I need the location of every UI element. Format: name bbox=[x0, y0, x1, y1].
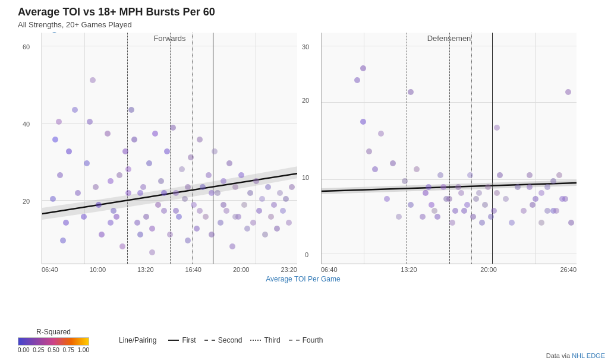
svg-point-76 bbox=[286, 220, 292, 226]
svg-point-102 bbox=[426, 184, 432, 190]
svg-point-58 bbox=[232, 184, 238, 190]
gridv-r3 bbox=[535, 33, 536, 264]
svg-point-23 bbox=[125, 190, 131, 196]
svg-point-14 bbox=[105, 131, 111, 137]
svg-point-60 bbox=[238, 172, 244, 178]
svg-point-83 bbox=[161, 190, 167, 196]
svg-point-125 bbox=[562, 196, 568, 202]
gtick-0: 0.00 bbox=[18, 347, 29, 353]
vline-third-fwd bbox=[192, 33, 193, 264]
svg-point-17 bbox=[108, 220, 114, 226]
svg-point-108 bbox=[461, 208, 467, 214]
svg-point-101 bbox=[420, 214, 426, 220]
svg-point-49 bbox=[206, 172, 212, 178]
svg-point-56 bbox=[226, 160, 232, 166]
svg-point-84 bbox=[173, 208, 179, 214]
svg-point-95 bbox=[384, 196, 390, 202]
svg-point-82 bbox=[149, 226, 155, 232]
svg-point-54 bbox=[221, 178, 226, 184]
svg-point-8 bbox=[56, 119, 62, 125]
vline-fourth-fwd bbox=[127, 33, 128, 264]
gridv-l1 bbox=[84, 33, 85, 264]
svg-point-127 bbox=[360, 65, 366, 71]
svg-point-150 bbox=[565, 89, 571, 95]
svg-point-33 bbox=[158, 178, 164, 184]
svg-point-16 bbox=[90, 77, 96, 83]
attribution-link[interactable]: NHL EDGE bbox=[572, 352, 605, 359]
svg-point-80 bbox=[125, 166, 131, 172]
legend-item-first: First bbox=[168, 336, 196, 344]
panel-defensemen: Defensemen bbox=[321, 33, 577, 264]
svg-point-37 bbox=[170, 125, 176, 131]
y-tick-60: 60 bbox=[23, 43, 30, 50]
svg-point-31 bbox=[155, 202, 161, 208]
svg-point-59 bbox=[235, 214, 241, 220]
svg-point-75 bbox=[283, 196, 289, 202]
legend-label-third: Third bbox=[264, 336, 280, 344]
svg-point-119 bbox=[527, 172, 533, 178]
svg-point-1 bbox=[57, 172, 63, 178]
svg-point-122 bbox=[544, 184, 550, 190]
svg-point-55 bbox=[223, 208, 229, 214]
svg-point-45 bbox=[194, 226, 200, 232]
svg-point-146 bbox=[544, 208, 550, 214]
gtick-100: 1.00 bbox=[78, 347, 89, 353]
legend-label-second: Second bbox=[218, 336, 242, 344]
chart-main-title: Average TOI vs 18+ MPH Bursts Per 60 bbox=[18, 6, 215, 18]
svg-point-65 bbox=[253, 178, 259, 184]
svg-point-46 bbox=[197, 137, 203, 143]
svg-point-39 bbox=[176, 214, 182, 220]
y-tick-40: 40 bbox=[23, 121, 30, 128]
svg-point-149 bbox=[559, 196, 565, 202]
svg-point-41 bbox=[182, 196, 188, 202]
vline-first-fwd bbox=[213, 33, 213, 264]
svg-point-135 bbox=[452, 208, 458, 214]
svg-point-57 bbox=[229, 243, 235, 249]
y-tick-r-20: 20 bbox=[302, 97, 309, 104]
svg-point-78 bbox=[108, 178, 114, 184]
svg-point-30 bbox=[152, 131, 158, 137]
svg-point-148 bbox=[553, 208, 559, 214]
svg-point-140 bbox=[482, 202, 488, 208]
svg-point-109 bbox=[467, 172, 473, 178]
svg-point-128 bbox=[408, 89, 414, 95]
svg-point-112 bbox=[485, 184, 491, 190]
svg-point-10 bbox=[87, 119, 93, 125]
gtick-50: 0.50 bbox=[48, 347, 59, 353]
svg-point-106 bbox=[449, 220, 455, 226]
svg-point-133 bbox=[440, 184, 446, 190]
line-pairing-label: Line/Pairing bbox=[119, 336, 156, 344]
svg-point-130 bbox=[423, 190, 429, 196]
svg-point-123 bbox=[550, 208, 556, 214]
svg-point-131 bbox=[429, 202, 434, 208]
svg-point-47 bbox=[200, 184, 206, 190]
chart-sub-title: All Strengths, 20+ Games Played bbox=[18, 20, 132, 29]
svg-point-69 bbox=[265, 184, 271, 190]
plot-area: 60 40 20 30 20 10 0 Forwards bbox=[18, 33, 588, 288]
svg-point-103 bbox=[432, 208, 437, 214]
svg-point-73 bbox=[277, 190, 283, 196]
attribution: Data via NHL EDGE bbox=[546, 352, 605, 359]
svg-point-129 bbox=[494, 125, 500, 131]
gridv-l5 bbox=[256, 33, 256, 264]
svg-point-118 bbox=[521, 208, 527, 214]
svg-point-42 bbox=[185, 238, 191, 243]
svg-point-2 bbox=[52, 137, 58, 143]
svg-point-43 bbox=[188, 154, 194, 160]
svg-point-74 bbox=[280, 208, 286, 214]
gtick-75: 0.75 bbox=[62, 347, 74, 353]
legend-line-pairing: Line/Pairing First Second Third Fourth bbox=[119, 336, 323, 344]
svg-point-22 bbox=[128, 107, 134, 113]
svg-point-67 bbox=[259, 196, 265, 202]
svg-point-104 bbox=[437, 172, 443, 178]
svg-point-71 bbox=[271, 202, 277, 208]
svg-point-4 bbox=[72, 107, 78, 113]
svg-point-107 bbox=[455, 184, 461, 190]
svg-point-90 bbox=[354, 77, 360, 83]
svg-point-96 bbox=[390, 160, 396, 166]
attribution-text: Data via bbox=[546, 352, 570, 359]
gridv-r1 bbox=[364, 33, 364, 264]
svg-point-94 bbox=[378, 131, 384, 137]
legend-item-second: Second bbox=[204, 336, 242, 344]
svg-point-87 bbox=[209, 190, 215, 196]
